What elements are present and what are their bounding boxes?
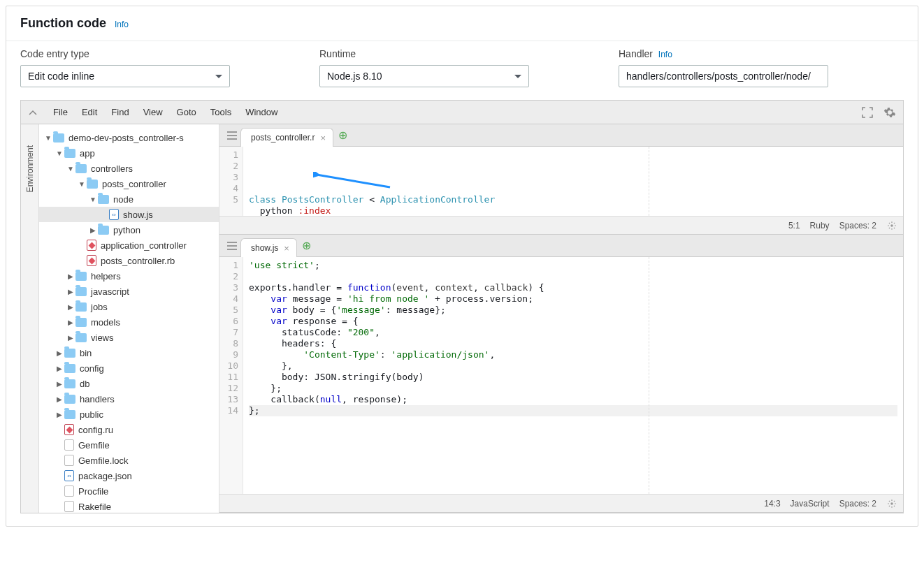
side-rail-environment[interactable]: Environment — [25, 145, 35, 192]
info-link[interactable]: Info — [115, 20, 129, 29]
gutter: 1234567891011121314 — [219, 257, 243, 494]
close-icon[interactable]: × — [320, 133, 326, 143]
entry-type-select[interactable]: Edit code inline — [20, 65, 230, 87]
tree-folder-bin[interactable]: ▶bin — [39, 345, 219, 360]
file-icon — [64, 455, 74, 466]
tree-folder-views[interactable]: ▶views — [39, 330, 219, 345]
menu-file[interactable]: File — [46, 104, 75, 120]
js-icon: ‹› — [64, 470, 74, 481]
tree-label: Gemfile — [78, 440, 110, 451]
panel-header: Function code Info — [6, 6, 918, 41]
svg-rect-2 — [227, 138, 237, 140]
menu-find[interactable]: Find — [104, 104, 136, 120]
ruby-icon — [64, 424, 74, 435]
tree-label: config.ru — [78, 425, 113, 435]
tree-file-posts-controller-rb[interactable]: posts_controller.rb — [39, 253, 219, 268]
tree-folder-node[interactable]: ▼node — [39, 191, 219, 207]
menu-view[interactable]: View — [136, 104, 170, 120]
tree-folder-demo-dev-posts-controller-s[interactable]: ▼demo-dev-posts_controller-s — [39, 130, 219, 145]
statusbar-1: 5:1 Ruby Spaces: 2 — [219, 216, 903, 234]
tab-posts-controller[interactable]: posts_controller.r× — [240, 128, 333, 147]
cursor-pos: 5:1 — [788, 221, 800, 231]
tree-file-package-json[interactable]: ‹›package.json — [39, 468, 219, 483]
tree-label: python — [113, 225, 140, 235]
tree-folder-public[interactable]: ▶public — [39, 407, 219, 422]
tree-folder-db[interactable]: ▶db — [39, 376, 219, 391]
ide-menubar: FileEditFindViewGotoToolsWindow — [21, 101, 903, 124]
folder-icon — [64, 410, 75, 419]
handler-info-link[interactable]: Info — [658, 50, 672, 59]
statusbar-2: 14:3 JavaScript Spaces: 2 — [219, 494, 903, 512]
editor-pane-2: show.js× ⊕ 1234567891011121314 'use stri… — [219, 235, 903, 513]
tab-show-js[interactable]: show.js× — [240, 238, 297, 257]
fullscreen-icon[interactable] — [860, 105, 875, 120]
tree-file-application-controller[interactable]: application_controller — [39, 238, 219, 253]
folder-icon — [64, 379, 75, 388]
collapse-icon[interactable] — [27, 106, 39, 119]
tree-folder-models[interactable]: ▶models — [39, 314, 219, 330]
menu-goto[interactable]: Goto — [170, 104, 203, 120]
tabbar-menu-icon[interactable] — [224, 124, 240, 146]
tree-label: views — [91, 333, 114, 343]
tree-label: bin — [80, 348, 92, 358]
indent-mode[interactable]: Spaces: 2 — [839, 221, 876, 231]
tab-add-icon[interactable]: ⊕ — [336, 124, 350, 146]
tree-label: show.js — [123, 210, 153, 220]
tree-label: Rakefile — [78, 502, 111, 512]
tree-file-config-ru[interactable]: config.ru — [39, 422, 219, 437]
file-tree[interactable]: ▼demo-dev-posts_controller-s▼app▼control… — [39, 124, 219, 513]
folder-icon — [75, 333, 87, 342]
gear-icon[interactable] — [886, 220, 897, 231]
folder-icon — [75, 287, 87, 296]
tree-file-show-js[interactable]: ‹›show.js — [39, 207, 219, 222]
menu-edit[interactable]: Edit — [75, 104, 104, 120]
tree-label: models — [91, 317, 120, 328]
file-icon — [64, 439, 74, 451]
tree-label: posts_controller — [102, 179, 166, 189]
side-rail: Environment — [21, 124, 39, 513]
gear-icon[interactable] — [882, 105, 897, 120]
folder-icon — [64, 395, 75, 404]
runtime-select[interactable]: Node.js 8.10 — [319, 65, 529, 87]
tree-label: app — [80, 148, 95, 159]
tree-file-gemfile[interactable]: Gemfile — [39, 437, 219, 453]
tabbar-menu-icon[interactable] — [224, 235, 240, 256]
svg-point-4 — [890, 224, 893, 227]
function-code-panel: Function code Info Code entry type Edit … — [6, 6, 918, 527]
tree-folder-posts-controller[interactable]: ▼posts_controller — [39, 176, 219, 191]
tree-folder-jobs[interactable]: ▶jobs — [39, 299, 219, 314]
tree-label: public — [80, 409, 103, 420]
tree-folder-controllers[interactable]: ▼controllers — [39, 161, 219, 176]
code-editor[interactable]: 'use strict'; exports.handler = function… — [243, 257, 903, 494]
svg-line-3 — [317, 175, 390, 187]
lang-mode[interactable]: Ruby — [810, 221, 830, 231]
gutter: 12345 — [219, 147, 243, 216]
menu-window[interactable]: Window — [238, 104, 284, 120]
tree-folder-python[interactable]: ▶python — [39, 222, 219, 238]
lang-mode[interactable]: JavaScript — [791, 499, 830, 509]
folder-icon — [75, 164, 87, 173]
folder-icon — [53, 133, 64, 143]
svg-rect-7 — [227, 249, 237, 250]
handler-label: Handler Info — [619, 48, 904, 59]
code-editor[interactable]: class PostsController < ApplicationContr… — [243, 147, 903, 216]
tree-label: helpers — [91, 271, 121, 282]
tree-file-rakefile[interactable]: Rakefile — [39, 499, 219, 513]
tree-folder-handlers[interactable]: ▶handlers — [39, 391, 219, 407]
tree-folder-javascript[interactable]: ▶javascript — [39, 284, 219, 299]
gear-icon[interactable] — [886, 498, 897, 509]
close-icon[interactable]: × — [284, 243, 289, 254]
tree-folder-config[interactable]: ▶config — [39, 360, 219, 376]
js-icon: ‹› — [109, 209, 119, 220]
svg-rect-0 — [227, 131, 237, 133]
folder-icon — [75, 318, 87, 327]
tree-folder-app[interactable]: ▼app — [39, 145, 219, 161]
tab-add-icon[interactable]: ⊕ — [300, 235, 314, 256]
handler-input[interactable]: handlers/controllers/posts_controller/no… — [619, 65, 828, 87]
indent-mode[interactable]: Spaces: 2 — [839, 499, 876, 509]
tree-folder-helpers[interactable]: ▶helpers — [39, 268, 219, 284]
tree-file-procfile[interactable]: Procfile — [39, 483, 219, 499]
menu-tools[interactable]: Tools — [203, 104, 238, 120]
folder-icon — [75, 272, 87, 281]
tree-file-gemfile-lock[interactable]: Gemfile.lock — [39, 453, 219, 468]
